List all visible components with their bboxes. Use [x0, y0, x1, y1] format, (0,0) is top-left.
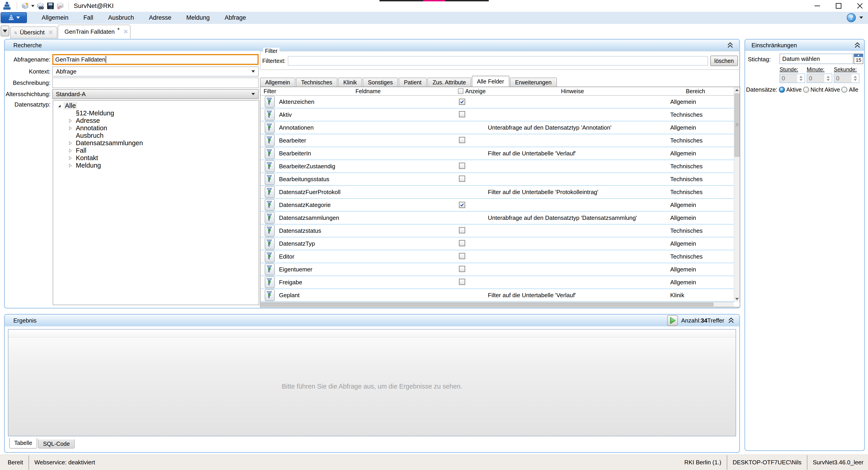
- tree-expander-icon[interactable]: [68, 126, 73, 131]
- abfragename-input[interactable]: GenTrain Falldaten: [52, 54, 259, 65]
- anzeige-checkbox[interactable]: [459, 137, 465, 143]
- field-tab[interactable]: Klinik: [338, 77, 362, 87]
- tab-sql-code[interactable]: SQL-Code: [38, 439, 75, 448]
- table-row[interactable]: DatensatzstatusTechnisches: [260, 225, 734, 238]
- save-icon[interactable]: [46, 2, 54, 10]
- table-row[interactable]: DatensatzFuerProtokollFilter auf die Unt…: [260, 186, 734, 199]
- filter-add-icon[interactable]: [265, 134, 275, 146]
- filter-add-icon[interactable]: [265, 276, 275, 288]
- radio-aktive[interactable]: [779, 87, 785, 93]
- calendar-icon[interactable]: 15: [854, 54, 863, 64]
- filter-add-icon[interactable]: [265, 96, 275, 108]
- menu-item-allgemein[interactable]: Allgemein: [34, 12, 76, 24]
- tree-expander-icon[interactable]: [68, 141, 73, 146]
- filter-add-icon[interactable]: [265, 238, 275, 249]
- collapse-chevron-icon[interactable]: [727, 317, 735, 324]
- loeschen-button[interactable]: löschen: [710, 56, 738, 66]
- table-row[interactable]: DatensatzsammlungenUnterabfrage auf den …: [260, 212, 734, 225]
- anzeige-checkbox[interactable]: [459, 111, 465, 117]
- anzeige-checkbox[interactable]: [459, 163, 465, 169]
- filter-add-icon[interactable]: [265, 289, 275, 301]
- filter-add-icon[interactable]: [265, 186, 275, 198]
- scroll-up-icon[interactable]: [734, 87, 740, 93]
- tree-item[interactable]: Alle: [53, 102, 259, 109]
- tree-item[interactable]: §12-Meldung: [53, 109, 259, 117]
- table-row[interactable]: GeplantFilter auf die Untertabelle 'Verl…: [260, 289, 734, 302]
- anzeige-checkbox[interactable]: [459, 266, 465, 272]
- filter-add-icon[interactable]: [265, 225, 275, 237]
- tab-gentrain-falldaten[interactable]: GenTrain Falldaten * ✕: [58, 25, 130, 39]
- filter-add-icon[interactable]: [265, 199, 275, 211]
- table-row[interactable]: BearbeitungsstatusTechnisches: [260, 173, 734, 186]
- field-tab[interactable]: Allgemein: [260, 77, 295, 87]
- help-dropdown-icon[interactable]: [859, 17, 863, 19]
- tree-item[interactable]: Adresse: [53, 117, 259, 124]
- time-spinner-arrows[interactable]: [797, 74, 805, 83]
- table-row[interactable]: BearbeiterInFilter auf die Untertabelle …: [260, 147, 734, 160]
- run-query-button[interactable]: [667, 315, 678, 326]
- menu-item-fall[interactable]: Fall: [76, 12, 101, 24]
- table-row[interactable]: BearbeiterTechnisches: [260, 134, 734, 147]
- time-spinner[interactable]: 0: [779, 73, 805, 83]
- filter-add-icon[interactable]: [265, 251, 275, 262]
- anzeige-checkbox[interactable]: [459, 176, 465, 182]
- tree-expander-icon[interactable]: [68, 118, 73, 123]
- table-row[interactable]: FreigabeAllgemein: [260, 276, 734, 289]
- anzeige-checkbox[interactable]: [459, 99, 465, 105]
- radio-alle[interactable]: [841, 87, 847, 93]
- search-record-icon[interactable]: [37, 2, 44, 10]
- new-record-dropdown-icon[interactable]: [31, 5, 34, 7]
- field-tab[interactable]: Zus. Attribute: [428, 77, 471, 87]
- anzeige-checkbox[interactable]: [459, 279, 465, 285]
- tab-close-icon[interactable]: ✕: [48, 29, 53, 36]
- filter-add-icon[interactable]: [265, 160, 275, 172]
- tab-tabelle[interactable]: Tabelle: [9, 438, 37, 448]
- tree-expander-icon[interactable]: [68, 148, 73, 153]
- scrollbar-thumb[interactable]: [735, 93, 740, 157]
- anzeige-checkbox[interactable]: [459, 202, 465, 208]
- table-row[interactable]: EigentuemerAllgemein: [260, 263, 734, 276]
- filter-add-icon[interactable]: [265, 109, 275, 121]
- anzeige-checkbox[interactable]: [459, 253, 465, 259]
- table-row[interactable]: AktivTechnisches: [260, 108, 734, 121]
- anzeige-checkbox[interactable]: [459, 227, 465, 233]
- minimize-button[interactable]: [813, 2, 822, 10]
- table-row[interactable]: EditorTechnisches: [260, 250, 734, 263]
- scrollbar-thumb[interactable]: [261, 303, 713, 306]
- radio-nicht-aktive[interactable]: [803, 87, 809, 93]
- tree-item[interactable]: Fall: [53, 147, 259, 154]
- time-spinner[interactable]: 0: [807, 73, 832, 83]
- tree-expander-icon[interactable]: [57, 103, 62, 108]
- tree-expander-icon[interactable]: [68, 163, 73, 168]
- filter-add-icon[interactable]: [265, 173, 275, 185]
- table-row[interactable]: AnnotationenUnterabfrage auf den Datensa…: [260, 121, 734, 134]
- maximize-button[interactable]: [835, 2, 843, 10]
- app-menu-button[interactable]: [1, 12, 27, 23]
- table-row[interactable]: BearbeiterZustaendigTechnisches: [260, 160, 734, 173]
- tree-expander-icon[interactable]: [68, 156, 73, 161]
- close-button[interactable]: [856, 2, 864, 10]
- collapse-chevron-icon[interactable]: [854, 42, 861, 49]
- filter-add-icon[interactable]: [265, 212, 275, 224]
- help-icon[interactable]: ?: [847, 13, 856, 22]
- tab-uebersicht[interactable]: Σ Übersicht ✕: [10, 27, 57, 38]
- menu-item-abfrage[interactable]: Abfrage: [217, 12, 254, 24]
- tab-list-dropdown-button[interactable]: [1, 26, 9, 36]
- table-row[interactable]: AktenzeichenAllgemein: [260, 96, 734, 108]
- tree-item[interactable]: Meldung: [53, 162, 259, 169]
- altersschichtung-select[interactable]: Standard-A: [52, 89, 259, 99]
- menu-item-meldung[interactable]: Meldung: [179, 12, 217, 24]
- time-spinner-arrows[interactable]: [824, 74, 832, 83]
- kontext-select[interactable]: Abfrage: [52, 66, 259, 76]
- tree-item[interactable]: Ausbruch: [53, 132, 259, 139]
- menu-item-adresse[interactable]: Adresse: [142, 12, 179, 24]
- revert-record-icon[interactable]: [57, 2, 64, 10]
- table-row[interactable]: DatensatzKategorieAllgemein: [260, 199, 734, 212]
- stichtag-date-input[interactable]: Datum wählen: [779, 54, 853, 64]
- tab-close-icon[interactable]: ✕: [123, 28, 128, 35]
- scroll-down-icon[interactable]: [734, 296, 740, 302]
- table-row[interactable]: DatensatzTypAllgemein: [260, 238, 734, 250]
- field-tab[interactable]: Alle Felder: [472, 76, 509, 87]
- horizontal-scrollbar[interactable]: [260, 302, 734, 307]
- anzeige-header-checkbox[interactable]: [458, 88, 463, 94]
